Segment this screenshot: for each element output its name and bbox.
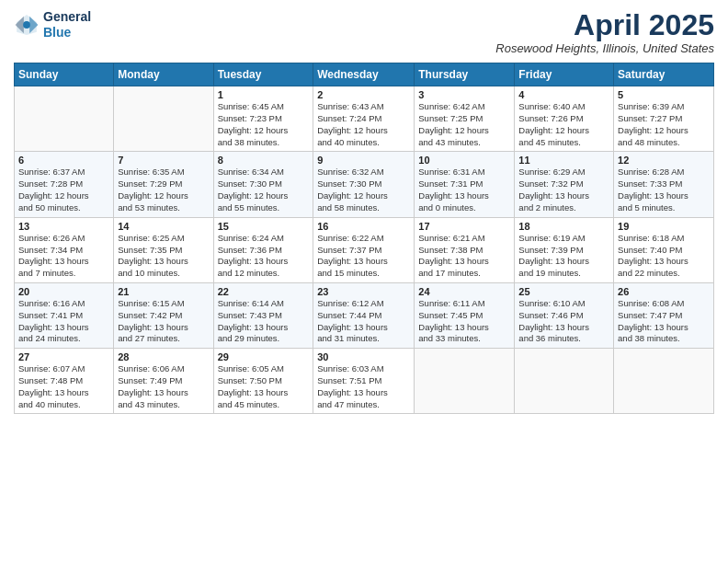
day-info: Sunrise: 6:25 AM Sunset: 7:35 PM Dayligh… (118, 233, 209, 280)
calendar-cell: 13Sunrise: 6:26 AM Sunset: 7:34 PM Dayli… (15, 217, 114, 282)
day-number: 6 (18, 155, 109, 166)
calendar-week-row: 6Sunrise: 6:37 AM Sunset: 7:28 PM Daylig… (15, 152, 714, 217)
calendar-table: SundayMondayTuesdayWednesdayThursdayFrid… (14, 63, 714, 414)
calendar-cell: 24Sunrise: 6:11 AM Sunset: 7:45 PM Dayli… (415, 282, 515, 348)
day-info: Sunrise: 6:40 AM Sunset: 7:26 PM Dayligh… (518, 101, 609, 148)
calendar-week-row: 1Sunrise: 6:45 AM Sunset: 7:23 PM Daylig… (15, 86, 714, 152)
day-number: 23 (317, 286, 410, 297)
page: General Blue April 2025 Rosewood Heights… (0, 0, 728, 563)
header: General Blue April 2025 Rosewood Heights… (14, 9, 714, 55)
day-info: Sunrise: 6:18 AM Sunset: 7:40 PM Dayligh… (618, 233, 710, 280)
day-info: Sunrise: 6:39 AM Sunset: 7:27 PM Dayligh… (618, 101, 710, 148)
calendar-cell: 4Sunrise: 6:40 AM Sunset: 7:26 PM Daylig… (515, 86, 614, 152)
calendar-cell: 6Sunrise: 6:37 AM Sunset: 7:28 PM Daylig… (15, 152, 114, 217)
calendar-header-tuesday: Tuesday (213, 63, 313, 86)
calendar-cell: 19Sunrise: 6:18 AM Sunset: 7:40 PM Dayli… (614, 217, 714, 282)
day-number: 16 (317, 221, 410, 232)
day-info: Sunrise: 6:26 AM Sunset: 7:34 PM Dayligh… (18, 233, 109, 280)
day-info: Sunrise: 6:42 AM Sunset: 7:25 PM Dayligh… (418, 101, 510, 148)
day-number: 18 (518, 221, 609, 232)
day-info: Sunrise: 6:16 AM Sunset: 7:41 PM Dayligh… (18, 298, 109, 345)
day-info: Sunrise: 6:03 AM Sunset: 7:51 PM Dayligh… (317, 363, 410, 410)
day-info: Sunrise: 6:07 AM Sunset: 7:48 PM Dayligh… (18, 363, 109, 410)
logo: General Blue (14, 9, 91, 40)
month-title: April 2025 (495, 9, 714, 41)
day-number: 28 (118, 351, 209, 362)
calendar-cell (114, 86, 213, 152)
day-info: Sunrise: 6:22 AM Sunset: 7:37 PM Dayligh… (317, 233, 410, 280)
calendar-cell: 8Sunrise: 6:34 AM Sunset: 7:30 PM Daylig… (213, 152, 313, 217)
calendar-cell: 2Sunrise: 6:43 AM Sunset: 7:24 PM Daylig… (313, 86, 415, 152)
day-number: 13 (18, 221, 109, 232)
day-number: 24 (418, 286, 510, 297)
day-info: Sunrise: 6:37 AM Sunset: 7:28 PM Dayligh… (18, 167, 109, 213)
calendar-cell: 9Sunrise: 6:32 AM Sunset: 7:30 PM Daylig… (313, 152, 415, 217)
calendar-cell: 11Sunrise: 6:29 AM Sunset: 7:32 PM Dayli… (515, 152, 614, 217)
day-number: 10 (418, 155, 510, 166)
day-number: 30 (317, 351, 410, 362)
calendar-cell (614, 349, 714, 414)
logo-blue: Blue (43, 25, 71, 40)
day-info: Sunrise: 6:28 AM Sunset: 7:33 PM Dayligh… (618, 167, 710, 213)
day-info: Sunrise: 6:24 AM Sunset: 7:36 PM Dayligh… (218, 233, 310, 280)
calendar-cell: 25Sunrise: 6:10 AM Sunset: 7:46 PM Dayli… (515, 282, 614, 348)
logo-text: General Blue (43, 9, 91, 40)
day-number: 4 (518, 89, 609, 100)
calendar-cell: 27Sunrise: 6:07 AM Sunset: 7:48 PM Dayli… (15, 349, 114, 414)
calendar-cell: 28Sunrise: 6:06 AM Sunset: 7:49 PM Dayli… (114, 349, 213, 414)
day-number: 17 (418, 221, 510, 232)
calendar-header-row: SundayMondayTuesdayWednesdayThursdayFrid… (15, 63, 714, 86)
title-block: April 2025 Rosewood Heights, Illinois, U… (495, 9, 714, 55)
calendar-header-wednesday: Wednesday (313, 63, 415, 86)
calendar-cell: 23Sunrise: 6:12 AM Sunset: 7:44 PM Dayli… (313, 282, 415, 348)
calendar-cell (415, 349, 515, 414)
logo-icon (14, 12, 40, 38)
day-number: 2 (317, 89, 410, 100)
calendar-header-thursday: Thursday (415, 63, 515, 86)
day-number: 8 (218, 155, 310, 166)
calendar-week-row: 20Sunrise: 6:16 AM Sunset: 7:41 PM Dayli… (15, 282, 714, 348)
calendar-cell: 10Sunrise: 6:31 AM Sunset: 7:31 PM Dayli… (415, 152, 515, 217)
day-number: 19 (618, 221, 710, 232)
calendar-cell (15, 86, 114, 152)
calendar-cell: 20Sunrise: 6:16 AM Sunset: 7:41 PM Dayli… (15, 282, 114, 348)
calendar-header-sunday: Sunday (15, 63, 114, 86)
calendar-cell: 17Sunrise: 6:21 AM Sunset: 7:38 PM Dayli… (415, 217, 515, 282)
day-number: 26 (618, 286, 710, 297)
day-number: 20 (18, 286, 109, 297)
day-info: Sunrise: 6:34 AM Sunset: 7:30 PM Dayligh… (218, 167, 310, 213)
day-info: Sunrise: 6:32 AM Sunset: 7:30 PM Dayligh… (317, 167, 410, 213)
calendar-week-row: 27Sunrise: 6:07 AM Sunset: 7:48 PM Dayli… (15, 349, 714, 414)
logo-general: General (43, 9, 91, 24)
day-number: 14 (118, 221, 209, 232)
day-info: Sunrise: 6:31 AM Sunset: 7:31 PM Dayligh… (418, 167, 510, 213)
day-number: 25 (518, 286, 609, 297)
day-number: 11 (518, 155, 609, 166)
day-info: Sunrise: 6:08 AM Sunset: 7:47 PM Dayligh… (618, 298, 710, 345)
calendar-week-row: 13Sunrise: 6:26 AM Sunset: 7:34 PM Dayli… (15, 217, 714, 282)
calendar-cell (515, 349, 614, 414)
calendar-cell: 1Sunrise: 6:45 AM Sunset: 7:23 PM Daylig… (213, 86, 313, 152)
day-number: 15 (218, 221, 310, 232)
calendar-cell: 18Sunrise: 6:19 AM Sunset: 7:39 PM Dayli… (515, 217, 614, 282)
calendar-cell: 22Sunrise: 6:14 AM Sunset: 7:43 PM Dayli… (213, 282, 313, 348)
calendar-header-saturday: Saturday (614, 63, 714, 86)
day-number: 7 (118, 155, 209, 166)
calendar-header-friday: Friday (515, 63, 614, 86)
calendar-cell: 26Sunrise: 6:08 AM Sunset: 7:47 PM Dayli… (614, 282, 714, 348)
calendar-cell: 29Sunrise: 6:05 AM Sunset: 7:50 PM Dayli… (213, 349, 313, 414)
day-info: Sunrise: 6:19 AM Sunset: 7:39 PM Dayligh… (518, 233, 609, 280)
day-number: 27 (18, 351, 109, 362)
calendar-cell: 3Sunrise: 6:42 AM Sunset: 7:25 PM Daylig… (415, 86, 515, 152)
day-info: Sunrise: 6:06 AM Sunset: 7:49 PM Dayligh… (118, 363, 209, 410)
day-info: Sunrise: 6:11 AM Sunset: 7:45 PM Dayligh… (418, 298, 510, 345)
calendar-cell: 15Sunrise: 6:24 AM Sunset: 7:36 PM Dayli… (213, 217, 313, 282)
svg-point-3 (23, 21, 30, 29)
calendar-cell: 21Sunrise: 6:15 AM Sunset: 7:42 PM Dayli… (114, 282, 213, 348)
calendar-cell: 7Sunrise: 6:35 AM Sunset: 7:29 PM Daylig… (114, 152, 213, 217)
day-info: Sunrise: 6:21 AM Sunset: 7:38 PM Dayligh… (418, 233, 510, 280)
calendar-header-monday: Monday (114, 63, 213, 86)
day-info: Sunrise: 6:43 AM Sunset: 7:24 PM Dayligh… (317, 101, 410, 148)
day-info: Sunrise: 6:15 AM Sunset: 7:42 PM Dayligh… (118, 298, 209, 345)
day-number: 22 (218, 286, 310, 297)
